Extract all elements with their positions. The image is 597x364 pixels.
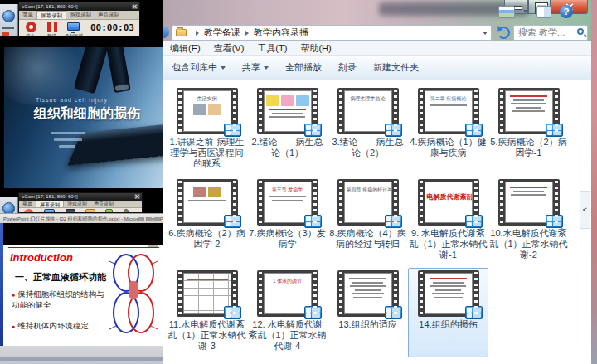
toolbar-button-label: 新建文件夹 (373, 61, 419, 74)
slide-title: 组织和细胞的损伤 (34, 105, 140, 123)
media-overlay-icon (385, 215, 402, 228)
breadcrumb-current[interactable]: 教学内容录播 (254, 27, 308, 39)
search-input[interactable]: 搜索 教学... (513, 25, 588, 41)
ocam-tab[interactable]: 屏幕录制 (36, 201, 64, 207)
microscope-stage (67, 121, 163, 165)
video-thumbnail: 电解质代谢紊乱 (418, 179, 479, 226)
capture-area-icon[interactable] (67, 22, 80, 31)
author-line (54, 138, 82, 141)
file-item[interactable]: 第四节 疾病的经过与转归8.疾病概论（4）疾病的经过与转归 (328, 177, 408, 266)
left-window-stack: oCam [17, 151, 800, 604] 菜单屏幕录制游戏录制声音录制 … (0, 0, 163, 364)
thumbnail-images (186, 104, 229, 115)
menu-item[interactable]: 编辑(E) (170, 42, 201, 55)
video-thumbnail (177, 179, 238, 226)
breadcrumb-arrow-icon (245, 31, 249, 36)
slide-bullet: 维持机体内环境稳定 (12, 321, 104, 332)
ocam-title-text: oCam [17, 151, 800, 604] (22, 194, 78, 199)
ocam-title: oCam [17, 151, 800, 604] (19, 2, 139, 11)
toolbar-button[interactable]: 全部播放 (285, 61, 322, 74)
media-overlay-icon (304, 306, 322, 319)
file-item[interactable]: 10.水电解质代谢紊乱（1）正常水钠代谢-2 (488, 177, 569, 266)
refresh-icon[interactable] (498, 27, 510, 39)
ocam-tab[interactable]: 游戏录制 (64, 201, 90, 207)
menu-item[interactable]: 工具(T) (257, 42, 287, 55)
breadcrumb-root[interactable]: 教学备课 (204, 27, 240, 39)
close-icon[interactable] (132, 4, 138, 9)
thumbnail-images (186, 187, 229, 197)
search-icon[interactable] (577, 28, 584, 35)
file-name: 1.讲课之前-病理生理学与西医课程间的联系 (167, 137, 246, 169)
slide-section: 一、正常血液循环功能 (15, 271, 106, 284)
ocam-tab[interactable]: 屏幕录制 (36, 11, 66, 19)
address-dropdown-icon[interactable] (483, 32, 488, 35)
file-item[interactable]: 第二章 疾病概论4.疾病概论（1）健康与疾病 (408, 85, 488, 175)
file-item[interactable]: 电解质代谢紊乱9. 水电解质代谢紊乱（1）正常水钠代谢-1 (408, 177, 488, 266)
explorer-window: 教学备课 教学内容录播 搜索 教学... 编辑(E)查看(V)工具(T)帮助(H… (163, 0, 591, 364)
file-name: 14.组织的损伤 (419, 319, 477, 330)
file-name: 6.疾病概论（2）病因学-2 (167, 228, 246, 250)
thumbnail-slide-title: 1 体液的调节 (266, 279, 309, 284)
video-thumbnail: 生活实例 (177, 88, 238, 134)
menu-item[interactable]: 查看(V) (214, 42, 245, 55)
chevron-down-icon (264, 66, 269, 70)
powerpoint-titlebar: PowerPoint 幻灯片放映 - [02 组织和细胞的损伤.pptx] - … (0, 213, 163, 223)
video-thumbnail: 病理生理学总论 (337, 88, 399, 134)
file-item[interactable]: 11.水电解质代谢紊乱（1）正常水钠代谢-3 (167, 268, 247, 357)
media-overlay-icon (465, 306, 483, 319)
file-item[interactable]: 生活实例1.讲课之前-病理生理学与西医课程间的联系 (167, 85, 247, 175)
command-toolbar: 包含到库中共享全部播放刻录新建文件夹 (163, 56, 591, 80)
back-button-fragment[interactable] (163, 26, 169, 38)
pause-button[interactable] (47, 22, 57, 32)
window-controls[interactable] (138, 217, 160, 221)
toolbar-button[interactable]: 包含到库中 (172, 61, 226, 74)
toolbar-button[interactable]: 新建文件夹 (373, 61, 419, 74)
thumbnail-slide-title: 病理生理学总论 (347, 96, 390, 102)
video-thumbnail (498, 179, 560, 226)
ocam-tab[interactable]: 菜单 (19, 201, 36, 207)
media-overlay-icon (224, 124, 241, 137)
thumbnail-text-lines (427, 278, 470, 298)
preview-pane-icon[interactable] (536, 6, 551, 18)
file-grid: 生活实例1.讲课之前-病理生理学与西医课程间的联系2.绪论——病生总论（1）病理… (163, 80, 580, 359)
stop-button[interactable] (26, 22, 36, 32)
views-dropdown-icon[interactable] (523, 10, 528, 13)
media-overlay-icon (224, 215, 241, 228)
preview-pane-expander[interactable]: < (580, 191, 590, 229)
file-item[interactable]: 2.绪论——病生总论（1） (247, 85, 328, 175)
media-overlay-icon (385, 124, 402, 137)
ocam-tab[interactable]: 游戏录制 (66, 11, 95, 19)
slide-bullet: 保持细胞和组织的结构与功能的健全 (12, 289, 104, 310)
file-item[interactable]: 1 体液的调节12. 水电解质代谢紊乱（1）正常水钠代谢-4 (247, 268, 328, 357)
file-item[interactable]: 14.组织的损伤 (408, 268, 488, 357)
menu-item[interactable]: 帮助(H) (300, 42, 331, 55)
recording-timer: 00:00:03 (90, 22, 134, 33)
slide-heading: Introduction (10, 251, 73, 264)
ocam-body: 停止 暂停 录制区域 00:00:03 (19, 20, 139, 38)
file-item[interactable]: 6.疾病概论（2）病因学-2 (167, 177, 247, 266)
ocam-tab[interactable]: 声音录制 (95, 11, 123, 19)
media-overlay-icon (385, 306, 402, 319)
media-overlay-icon (224, 306, 241, 319)
thumbnail-text-lines (347, 278, 390, 298)
file-name: 7.疾病概论（3）发病学 (248, 228, 327, 250)
toolbar-button-label: 共享 (242, 61, 260, 74)
ocam-tab[interactable]: 菜单 (19, 11, 36, 19)
file-item[interactable]: 第三节 发病学7.疾病概论（3）发病学 (247, 177, 328, 266)
toolbar-button[interactable]: 刻录 (338, 61, 357, 74)
microscope-objective (106, 47, 130, 93)
video-thumbnail (257, 88, 318, 134)
help-icon[interactable]: ? (560, 5, 573, 18)
thumbnail-slide-title: 电解质代谢紊乱 (427, 194, 470, 200)
address-bar[interactable]: 教学备课 教学内容录播 (172, 25, 492, 41)
close-icon[interactable] (134, 194, 140, 199)
toolbar-button[interactable]: 共享 (242, 61, 269, 74)
media-overlay-icon (546, 215, 563, 228)
file-item[interactable]: 13.组织的适应 (328, 268, 408, 357)
change-view-icon[interactable] (498, 6, 515, 18)
thumbnail-slide-title: 第四节 疾病的经过与转归 (347, 187, 390, 193)
nav-back-icon[interactable] (2, 10, 15, 22)
file-item[interactable]: 5.疾病概论（2）病因学-1 (488, 85, 569, 175)
ocam-tab[interactable]: 声音录制 (90, 201, 117, 207)
desktop: oCam [17, 151, 800, 604] 菜单屏幕录制游戏录制声音录制 … (0, 0, 597, 364)
file-item[interactable]: 病理生理学总论3.绪论——病生总论（2） (328, 85, 408, 175)
